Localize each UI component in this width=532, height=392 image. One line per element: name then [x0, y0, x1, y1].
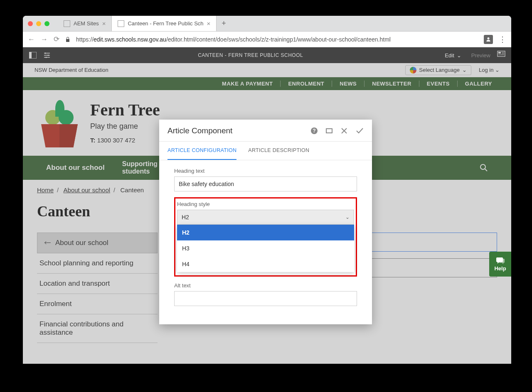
mainnav-about[interactable]: About our school [46, 164, 105, 172]
nav-events[interactable]: EVENTS [419, 81, 458, 87]
lock-icon [65, 37, 70, 42]
nav-enrolment[interactable]: ENROLMENT [281, 81, 332, 87]
dialog-body: Heading text Heading style H2 ⌄ H2 H3 H4… [159, 160, 372, 324]
svg-point-2 [44, 52, 46, 54]
dialog-tabs: ARTICLE CONFIGURATION ARTICLE DESCRIPTIO… [159, 142, 372, 160]
heading-style-options: H2 H3 H4 [177, 225, 354, 272]
svg-rect-10 [326, 129, 332, 133]
nav-gallery[interactable]: GALLERY [458, 81, 500, 87]
fullscreen-icon[interactable] [325, 127, 333, 135]
browser-window: AEM Sites × Canteen - Fern Tree Public S… [23, 16, 511, 364]
dialog-header: Article Component ? [159, 120, 372, 142]
preview-button[interactable]: Preview [471, 52, 490, 59]
settings-icon[interactable] [42, 50, 52, 60]
help-fab[interactable]: Help [489, 252, 511, 277]
option-h4[interactable]: H4 [177, 256, 354, 272]
chevron-down-icon: ⌄ [345, 214, 350, 220]
browser-titlebar: AEM Sites × Canteen - Fern Tree Public S… [23, 16, 511, 32]
crumb-about[interactable]: About our school [64, 186, 111, 194]
school-name: Fern Tree [90, 100, 160, 120]
department-label: NSW Department of Education [34, 67, 108, 73]
page-icon [64, 20, 70, 27]
maximize-window-icon[interactable] [44, 21, 49, 26]
search-icon[interactable] [480, 164, 488, 172]
window-controls [28, 21, 49, 26]
chevron-down-icon: ⌄ [457, 52, 461, 59]
browser-urlbar: ← → ⟳ https://edit.sws.schools.nsw.gov.a… [23, 32, 511, 47]
top-actions-nav: MAKE A PAYMENT ENROLMENT NEWS NEWSLETTER… [23, 77, 511, 90]
google-translate-icon [410, 67, 416, 74]
svg-point-4 [45, 56, 47, 58]
sidenav-item[interactable]: Financial contributions and assistance [37, 314, 158, 343]
sidenav-item[interactable]: Location and transport [37, 274, 158, 294]
svg-rect-6 [498, 52, 501, 54]
alt-text-label: Alt text [174, 282, 357, 289]
nav-make-payment[interactable]: MAKE A PAYMENT [214, 81, 281, 87]
page-icon [118, 20, 124, 27]
done-icon[interactable] [355, 127, 364, 135]
arrow-left-icon: 🡐 [44, 239, 51, 247]
reload-button[interactable]: ⟳ [54, 35, 59, 44]
profile-icon[interactable] [484, 35, 493, 44]
page-frame: NSW Department of Education Select Langu… [23, 63, 511, 364]
svg-rect-1 [29, 52, 32, 59]
close-tab-icon[interactable]: × [102, 20, 106, 27]
sidenav-item[interactable]: Enrolment [37, 294, 158, 314]
help-icon[interactable]: ? [310, 127, 318, 135]
school-logo [41, 100, 78, 147]
tab-label: AEM Sites [74, 20, 99, 27]
browser-tab-canteen[interactable]: Canteen - Fern Tree Public Sch × [112, 16, 217, 31]
side-panel-icon[interactable] [28, 50, 38, 60]
option-h2[interactable]: H2 [177, 225, 354, 240]
heading-style-label: Heading style [177, 201, 354, 207]
url-display[interactable]: https://edit.sws.schools.nsw.gov.au/edit… [76, 36, 478, 43]
school-tagline: Play the game [90, 122, 160, 131]
close-icon[interactable] [340, 127, 348, 135]
aem-page-title: CANTEEN - FERN TREE PUBLIC SCHOOL [56, 52, 445, 58]
heading-style-select[interactable]: H2 ⌄ [177, 210, 354, 225]
tab-label: Canteen - Fern Tree Public Sch [128, 20, 203, 27]
browser-tab-aem-sites[interactable]: AEM Sites × [58, 16, 112, 31]
side-nav: 🡐 About our school School planning and r… [37, 233, 158, 343]
language-selector[interactable]: Select Language ⌄ [405, 65, 471, 75]
new-tab-button[interactable]: + [217, 19, 231, 28]
article-component-dialog: Article Component ? ARTICLE CONFIGURATIO… [159, 120, 372, 324]
forward-button[interactable]: → [41, 35, 48, 44]
sidenav-back[interactable]: 🡐 About our school [37, 233, 158, 253]
heading-text-label: Heading text [174, 168, 357, 174]
crumb-current: Canteen [120, 186, 144, 194]
back-button[interactable]: ← [28, 35, 35, 44]
svg-point-7 [480, 164, 485, 169]
close-window-icon[interactable] [28, 21, 33, 26]
login-link[interactable]: Log in ⌄ [479, 67, 500, 73]
utility-bar: NSW Department of Education Select Langu… [23, 63, 511, 77]
nav-news[interactable]: NEWS [332, 81, 365, 87]
crumb-home[interactable]: Home [37, 186, 54, 194]
alt-text-input[interactable] [174, 291, 357, 306]
nav-newsletter[interactable]: NEWSLETTER [365, 81, 419, 87]
svg-point-3 [47, 54, 49, 56]
chevron-down-icon: ⌄ [462, 67, 467, 73]
tab-article-description[interactable]: ARTICLE DESCRIPTION [248, 142, 309, 160]
sidenav-item[interactable]: School planning and reporting [37, 253, 158, 274]
minimize-window-icon[interactable] [36, 21, 41, 26]
svg-text:?: ? [313, 128, 315, 134]
page-properties-icon[interactable] [497, 51, 506, 60]
option-h3[interactable]: H3 [177, 240, 354, 256]
school-phone: T: 1300 307 472 [90, 137, 160, 144]
heading-text-input[interactable] [174, 176, 357, 191]
dialog-title: Article Component [167, 126, 303, 135]
aem-toolbar: CANTEEN - FERN TREE PUBLIC SCHOOL Edit ⌄… [23, 47, 511, 63]
browser-menu-icon[interactable]: ⋮ [499, 35, 506, 44]
edit-mode-dropdown[interactable]: Edit ⌄ [445, 52, 461, 59]
chat-icon [496, 257, 505, 265]
close-tab-icon[interactable]: × [207, 20, 211, 27]
highlighted-region: Heading style H2 ⌄ H2 H3 H4 [174, 197, 357, 277]
tab-article-configuration[interactable]: ARTICLE CONFIGURATION [167, 142, 236, 160]
